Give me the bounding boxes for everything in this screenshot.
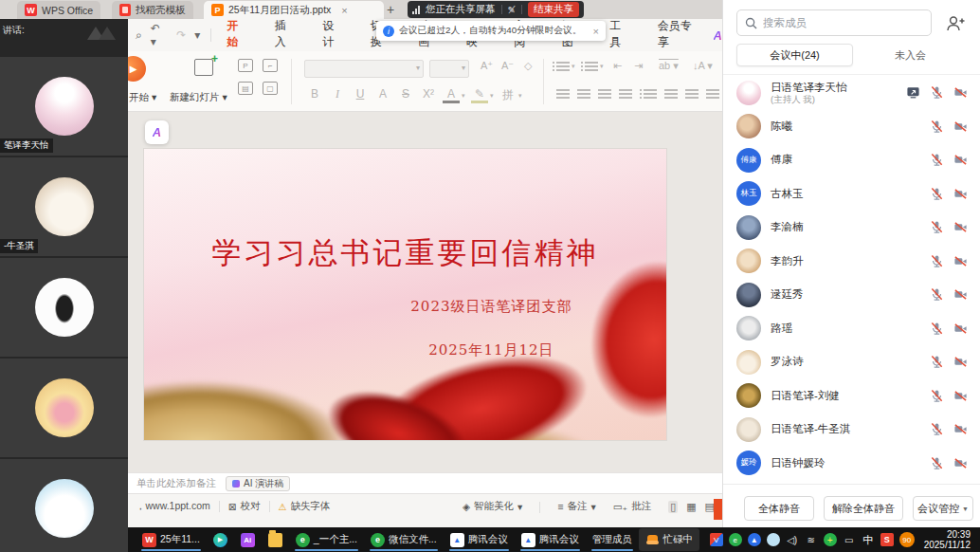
search-input[interactable]: [763, 17, 905, 28]
bluedot-tray-icon[interactable]: ▲: [748, 533, 761, 546]
normal-view-icon[interactable]: ▯: [668, 501, 678, 513]
paragraph-spacing-icon[interactable]: [706, 89, 719, 99]
camera-off-icon[interactable]: [953, 389, 968, 403]
align-left-icon[interactable]: [556, 89, 570, 99]
cam-tray-icon[interactable]: ▭: [843, 533, 856, 546]
menu-tab-1[interactable]: 开始: [225, 14, 249, 57]
menu-tab-3[interactable]: 设计: [320, 14, 345, 57]
mic-muted-icon[interactable]: [930, 120, 944, 134]
participant-row-1[interactable]: 日语笔译李天怡 (主持人 我): [723, 76, 980, 110]
new-slide-label[interactable]: 新建幻灯片 ▾: [170, 91, 227, 104]
toast-close-icon[interactable]: ×: [593, 26, 599, 37]
tab-in-meeting[interactable]: 会议中(24): [736, 44, 853, 66]
mic-muted-icon[interactable]: [930, 355, 944, 369]
font-color-icon[interactable]: A: [443, 87, 460, 103]
font-style-button-S[interactable]: S: [397, 87, 414, 101]
participant-row-4[interactable]: 林玉 古林玉: [723, 177, 980, 212]
undo-icon[interactable]: ↶ ▾: [151, 22, 168, 48]
plus-tray-icon[interactable]: +: [824, 533, 837, 546]
close-tab-icon[interactable]: ×: [341, 5, 347, 16]
add-member-icon[interactable]: [945, 13, 966, 34]
video-tile-1[interactable]: 笔译李天怡: [0, 57, 128, 156]
mic-muted-icon[interactable]: [930, 287, 944, 302]
wps-ai-icon[interactable]: A: [714, 28, 722, 43]
text-direction-icon[interactable]: ab ▾: [659, 60, 679, 72]
participant-row-9[interactable]: 罗泳诗: [723, 345, 980, 379]
camera-off-icon[interactable]: [953, 220, 968, 234]
new-tab-button[interactable]: +: [387, 2, 394, 17]
video-tile-4[interactable]: [0, 359, 128, 457]
taskbar-item-5[interactable]: e_一个主...: [289, 528, 364, 551]
camera-off-icon[interactable]: [953, 456, 968, 470]
camera-off-icon[interactable]: [953, 120, 968, 134]
font-style-button-U[interactable]: U: [352, 87, 369, 101]
taskbar-item-9[interactable]: 管理成员: [586, 528, 639, 551]
phonetic-icon[interactable]: 拼: [499, 87, 517, 103]
camera-off-icon[interactable]: [953, 355, 968, 369]
video-tile-2[interactable]: -牛圣淇: [0, 157, 128, 256]
mic-muted-icon[interactable]: [930, 187, 944, 201]
missing-font-warning[interactable]: ⚠缺失字体: [279, 500, 331, 513]
ai-assistant-button[interactable]: A: [145, 120, 169, 144]
video-tile-5[interactable]: [0, 459, 128, 552]
participant-row-10[interactable]: 日语笔译-刘健: [723, 379, 980, 414]
mic-muted-icon[interactable]: [930, 220, 944, 234]
speaker-tray-icon[interactable]: ◁): [786, 533, 799, 546]
taskbar-clock[interactable]: 20:39 2025/11/12: [924, 529, 974, 551]
decrease-font-icon[interactable]: A⁻: [501, 60, 514, 72]
indent-icon[interactable]: ⇥: [634, 60, 643, 72]
align-right-icon[interactable]: [598, 89, 611, 99]
badge-tray-icon[interactable]: 90: [899, 532, 915, 547]
mute-all-button[interactable]: 全体静音: [744, 496, 814, 521]
notes-button[interactable]: ≡备注 ▾: [557, 500, 595, 513]
taskbar-item-10[interactable]: 忙碌中: [639, 528, 700, 551]
camera-off-icon[interactable]: [953, 153, 968, 167]
notes-placeholder[interactable]: 单击此处添加备注: [136, 477, 216, 490]
proofread-button[interactable]: ⊠校对: [228, 500, 261, 513]
align-center-icon[interactable]: [577, 89, 590, 99]
camera-off-icon[interactable]: [953, 422, 968, 436]
numbered-list-icon[interactable]: [585, 62, 598, 71]
line-spacing-icon[interactable]: [664, 89, 678, 99]
greendot-tray-icon[interactable]: e: [729, 533, 742, 546]
mic-muted-icon[interactable]: [930, 456, 944, 470]
taskbar-item-2[interactable]: ▶: [207, 528, 234, 551]
section-icon[interactable]: ▢: [263, 82, 278, 95]
menu-tab-9[interactable]: 工具: [608, 14, 632, 57]
taskbar-item-7[interactable]: ▲腾讯会议: [444, 528, 515, 551]
tab-document[interactable]: P 25年11月团日活动.pptx ×: [204, 1, 384, 19]
quickbar-more-icon[interactable]: ▾: [194, 28, 200, 42]
menu-tab-2[interactable]: 插入: [273, 14, 298, 57]
mic-muted-icon[interactable]: [930, 389, 944, 403]
beautify-button[interactable]: ◈智能美化 ▾: [463, 500, 522, 513]
slide-title[interactable]: 学习习总书记重要回信精神: [144, 233, 666, 273]
print-preview-icon[interactable]: ⌕: [136, 28, 142, 42]
participant-row-12[interactable]: 媛玲 日语钟媛玲: [723, 447, 980, 481]
camera-off-icon[interactable]: [953, 254, 968, 268]
slide-layout-icon[interactable]: ▤: [238, 82, 253, 95]
new-slide-icon[interactable]: [194, 59, 213, 76]
slide-date[interactable]: 2025年11月12日: [353, 341, 629, 359]
participant-row-3[interactable]: 傅康 傅康: [723, 143, 980, 177]
menu-tab-10[interactable]: 会员专享: [656, 14, 700, 57]
zhong-tray-icon[interactable]: 中: [862, 533, 875, 546]
font-size-select[interactable]: [429, 60, 469, 78]
ai-script-button[interactable]: AI 演讲稿: [226, 476, 290, 491]
penguin-tray-icon[interactable]: [767, 533, 780, 546]
tab-docer[interactable]: 找稻壳模板: [112, 1, 193, 19]
slideshow-button[interactable]: [714, 499, 722, 520]
font-style-button-B[interactable]: B: [306, 87, 323, 101]
camera-off-icon[interactable]: [953, 85, 968, 100]
annotate-icon[interactable]: ✎̸: [508, 5, 516, 15]
slideshow-play-label[interactable]: 开始 ▾: [129, 91, 156, 104]
taskbar-item-4[interactable]: [262, 528, 289, 551]
participant-row-2[interactable]: 陈曦: [723, 110, 980, 144]
slide-subtitle[interactable]: 2023级日语笔译团支部: [353, 298, 629, 316]
participant-list[interactable]: 日语笔译李天怡 (主持人 我) 陈曦 傅康 傅康 林玉 古林玉 李渝楠: [723, 76, 980, 484]
camera-off-icon[interactable]: [953, 187, 968, 201]
text-orientation-icon[interactable]: ↓A ▾: [693, 60, 713, 72]
font-name-select[interactable]: [304, 60, 424, 78]
meeting-control-button[interactable]: 会议管控 ▼: [913, 496, 973, 521]
slide-sorter-icon[interactable]: ▦: [686, 501, 696, 513]
outdent-icon[interactable]: ⇤: [613, 60, 622, 72]
